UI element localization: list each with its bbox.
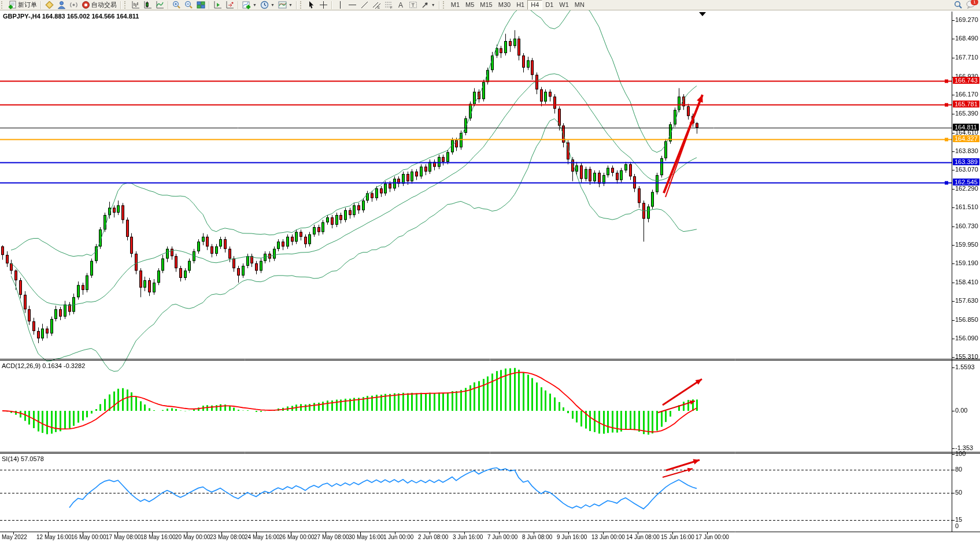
timeframe-m1-button[interactable]: M1 xyxy=(448,1,463,9)
toolbar-grip xyxy=(1,1,5,9)
tile-windows-icon xyxy=(197,1,205,9)
separator xyxy=(209,1,210,9)
arrows-tool-button[interactable]: ▼ xyxy=(419,1,437,10)
chart-canvas[interactable] xyxy=(0,0,980,542)
chart-shift-icon xyxy=(225,1,234,9)
new-order-icon xyxy=(8,1,17,9)
chart-window: GBPJPY-,H4 164.883 165.002 164.566 164.8… xyxy=(0,0,980,542)
timeframe-h1-button[interactable]: H1 xyxy=(513,1,527,9)
candlestick-chart-button[interactable] xyxy=(142,1,154,10)
candlestick-chart-icon xyxy=(143,1,152,9)
toolbar-grip xyxy=(124,1,128,9)
vertical-line-tool-button[interactable] xyxy=(334,1,346,10)
autotrading-button[interactable]: 自动交易 xyxy=(80,1,119,10)
auto-scroll-button[interactable] xyxy=(212,1,224,10)
timeframe-m15-button[interactable]: M15 xyxy=(477,1,495,9)
text-tool-button[interactable]: A xyxy=(395,1,407,10)
separator xyxy=(331,1,332,9)
line-chart-button[interactable] xyxy=(154,1,166,10)
timeframe-w1-button[interactable]: W1 xyxy=(556,1,572,9)
text-icon: A xyxy=(397,1,405,9)
separator xyxy=(296,1,297,9)
toolbar-grip xyxy=(300,1,304,9)
diamond-icon xyxy=(45,1,54,9)
dropdown-caret: ▼ xyxy=(289,3,293,7)
bar-chart-icon xyxy=(131,1,140,9)
zoom-in-button[interactable] xyxy=(171,1,183,10)
timeframe-m5-button[interactable]: M5 xyxy=(463,1,477,9)
zoom-in-icon xyxy=(172,1,181,9)
separator xyxy=(40,1,42,9)
trendline-icon xyxy=(360,1,369,9)
line-chart-icon xyxy=(156,1,164,9)
separator xyxy=(120,1,121,9)
text-label-tool-button[interactable]: T xyxy=(407,1,419,10)
timeframe-mn-button[interactable]: MN xyxy=(572,1,587,9)
svg-text:T: T xyxy=(411,2,415,8)
equidistant-channel-tool-button[interactable]: E xyxy=(371,1,383,10)
tile-windows-button[interactable] xyxy=(195,1,207,10)
cursor-icon xyxy=(307,1,316,9)
timeframe-d1-button[interactable]: D1 xyxy=(542,1,556,9)
cursor-tool-button[interactable] xyxy=(305,1,317,10)
horizontal-line-tool-button[interactable] xyxy=(346,1,358,10)
separator xyxy=(168,1,169,9)
zoom-out-icon xyxy=(184,1,193,9)
horizontal-line-icon xyxy=(348,1,357,9)
toolbar-grip xyxy=(443,1,447,9)
separator xyxy=(439,1,440,9)
profile-person-icon xyxy=(57,1,66,9)
bar-chart-button[interactable] xyxy=(130,1,142,10)
svg-text:F: F xyxy=(390,6,393,9)
dropdown-caret: ▼ xyxy=(431,3,435,7)
search-icon[interactable] xyxy=(954,1,963,9)
signals-button[interactable] xyxy=(68,1,80,10)
svg-text:A: A xyxy=(398,1,403,9)
clock-icon xyxy=(260,1,269,9)
trendline-tool-button[interactable] xyxy=(358,1,371,10)
mql5-market-button[interactable] xyxy=(43,1,56,10)
crosshair-tool-button[interactable] xyxy=(317,1,330,10)
new-order-button[interactable]: 新订单 xyxy=(6,1,39,10)
channel-icon: E xyxy=(372,1,381,9)
arrow-objects-icon xyxy=(421,1,430,9)
periods-button[interactable]: ▼ xyxy=(258,1,276,10)
separator xyxy=(238,1,239,9)
chat-notifications-button[interactable]: 1 xyxy=(966,1,975,10)
zoom-out-button[interactable] xyxy=(183,1,195,10)
indicators-button[interactable]: ▼ xyxy=(241,1,258,10)
notification-count-badge: 1 xyxy=(971,0,978,5)
fibonacci-tool-button[interactable]: F xyxy=(383,1,395,10)
timeframe-h4-button[interactable]: H4 xyxy=(527,0,542,10)
auto-scroll-icon xyxy=(213,1,222,9)
vertical-line-icon xyxy=(336,1,345,9)
svg-text:E: E xyxy=(378,6,380,9)
autotrading-icon xyxy=(82,1,90,9)
templates-icon xyxy=(278,1,287,9)
main-toolbar: 新订单 自动交易 ▼ ▼ ▼ E F A T ▼ M1 M5 M15 M30 H… xyxy=(0,0,980,10)
dropdown-caret: ▼ xyxy=(271,3,275,7)
crosshair-icon xyxy=(319,1,328,9)
chart-shift-button[interactable] xyxy=(224,1,236,10)
templates-button[interactable]: ▼ xyxy=(276,1,294,10)
fibonacci-icon: F xyxy=(384,1,393,9)
timeframe-m30-button[interactable]: M30 xyxy=(495,1,513,9)
signal-icon xyxy=(69,1,78,9)
text-label-icon: T xyxy=(409,1,417,9)
community-button[interactable] xyxy=(56,1,68,10)
indicators-add-icon xyxy=(242,1,251,9)
dropdown-caret: ▼ xyxy=(253,3,257,7)
